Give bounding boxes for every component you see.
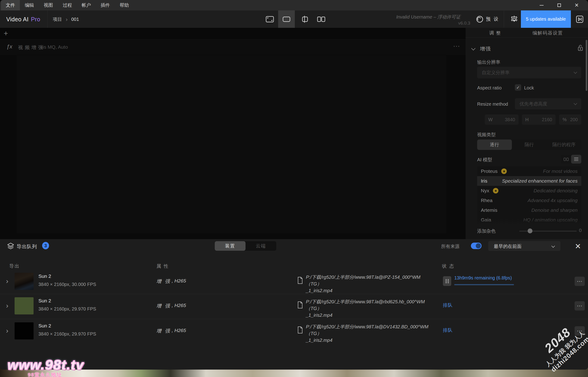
enhancement-detail: Iris MQ, Auto <box>40 44 68 50</box>
tab-device[interactable]: 装置 <box>215 241 245 251</box>
menu-plugins[interactable]: 插件 <box>96 0 115 11</box>
queue-row[interactable]: › Sun 2 3840 × 2160px, 29.970 FPS 增 强 , … <box>0 295 588 317</box>
all-sources-toggle[interactable] <box>471 243 482 249</box>
width-field[interactable]: W 3840 <box>485 115 519 125</box>
row-more-button[interactable]: ⋯ <box>575 277 585 286</box>
star-badge-icon: ★ <box>501 168 507 174</box>
menu-file[interactable]: 文件 <box>1 0 20 11</box>
tab-cloud[interactable]: 云端 <box>245 241 276 251</box>
resize-method-select[interactable]: 优先考虑高度 <box>515 98 581 109</box>
status-queued: 排队 <box>443 302 453 308</box>
divider <box>47 11 48 28</box>
expand-row-chevron[interactable]: › <box>6 277 8 285</box>
video-type-interlaced[interactable]: 隔行 <box>512 140 547 150</box>
add-video-button[interactable]: + <box>4 29 8 38</box>
props-codec: , H265 <box>172 278 186 284</box>
menu-view[interactable]: 视图 <box>39 0 58 11</box>
path-line1: P:/下载/rg520/上半部分/www.98T.la@rbd625.hb_00… <box>306 299 425 311</box>
view-fullscreen-button[interactable] <box>262 11 278 28</box>
props-mode: 增 强 <box>156 303 171 309</box>
watermark-98t: www.98t.tv 98堂永久地址 <box>7 357 84 377</box>
view-single-button[interactable] <box>278 11 295 28</box>
props-codec: , H265 <box>172 303 186 308</box>
panel-toggle-icon <box>576 15 584 23</box>
chevron-down-icon <box>551 244 555 248</box>
toggle-knob <box>476 243 481 248</box>
expand-row-chevron[interactable]: › <box>6 327 8 335</box>
close-window-button[interactable]: ✕ <box>571 0 582 11</box>
all-sources-label: 所有来源 <box>441 243 460 249</box>
video-canvas[interactable] <box>0 55 466 239</box>
model-nyx[interactable]: Nyx ★ Dedicated denoising <box>477 186 581 196</box>
video-thumbnail <box>15 273 33 290</box>
output-resolution-select[interactable]: 自定义分辨率 <box>477 67 581 78</box>
model-iris[interactable]: Iris Specialized enhancement for faces <box>477 176 581 186</box>
grid-icon <box>566 158 568 161</box>
enhancement-more-button[interactable]: ⋯ <box>453 42 460 50</box>
app-tier-badge: Pro <box>31 16 40 23</box>
layers-icon <box>7 242 14 250</box>
presets-button[interactable]: 预 设 <box>476 11 499 28</box>
single-view-icon <box>283 16 290 22</box>
panel-scrollbar[interactable] <box>586 40 587 91</box>
pause-button[interactable] <box>443 276 451 286</box>
pause-icon <box>448 279 449 283</box>
slider-knob[interactable] <box>528 228 533 233</box>
ai-model-list: Proteus ★ For most videos Iris Specializ… <box>477 166 581 224</box>
add-noise-value: 0 <box>579 227 582 233</box>
export-queue-panel: 导出队列 3 装置 云端 所有来源 最早的在前面 ✕ 导出 属 性 状 态 › … <box>0 239 588 370</box>
video-type-interlaced-progressive[interactable]: 隔行的程序 <box>547 140 581 150</box>
expand-row-chevron[interactable]: › <box>6 302 8 310</box>
queue-row[interactable]: › Sun 2 3840 × 2160px, 29.970 FPS 增 强 , … <box>0 320 588 342</box>
view-split-button[interactable] <box>297 11 313 28</box>
view-side-by-side-button[interactable] <box>313 11 330 28</box>
status-remaining[interactable]: 13h9m9s remaining (6.8fps) <box>454 275 512 281</box>
output-path: P:/下载/rg520/上半部分/www.98T.la@rbd625.hb_00… <box>306 298 435 318</box>
video-specs: 3840 × 2160px, 30.000 FPS <box>38 282 96 287</box>
row-more-button[interactable]: ⋯ <box>575 301 585 310</box>
menu-bar: 文件 编辑 视图 过程 帐户 插件 帮助 ✕ <box>0 0 588 11</box>
queue-row[interactable]: › Sun 2 3840 × 2160px, 30.000 FPS 增 强 , … <box>0 270 588 293</box>
ai-model-label: AI 模型 <box>477 157 492 163</box>
updates-button[interactable]: 5 updates available <box>521 11 571 28</box>
menu-process[interactable]: 过程 <box>58 0 77 11</box>
model-desc: Advanced 4x upscaling <box>528 198 577 203</box>
tab-adjust[interactable]: 调 整 <box>477 30 514 36</box>
model-rhea[interactable]: Rhea Advanced 4x upscaling <box>477 196 581 205</box>
close-queue-button[interactable]: ✕ <box>575 242 581 251</box>
maximize-button[interactable] <box>554 0 564 11</box>
tab-strip: + <box>0 28 466 39</box>
aspect-lock-checkbox[interactable]: ✓ <box>515 84 521 91</box>
percent-label: % <box>563 117 567 122</box>
license-status: Invalid Username – 浮动许可证 <box>391 14 460 20</box>
menu-help[interactable]: 帮助 <box>115 0 134 11</box>
lock-icon[interactable] <box>577 45 584 51</box>
menu-account[interactable]: 帐户 <box>77 0 96 11</box>
model-grid-view-button[interactable] <box>561 155 571 164</box>
model-proteus[interactable]: Proteus ★ For most videos <box>477 166 581 176</box>
path-line1: P:/下载/rg520/上半部分/www.98T.la@DV1432.BD_00… <box>306 324 428 336</box>
chevron-down-icon[interactable] <box>471 46 475 50</box>
model-desc: For most videos <box>543 168 577 174</box>
tab-codec-settings[interactable]: 编解码器设置 <box>521 30 574 36</box>
minimize-button[interactable] <box>536 0 547 11</box>
menu-edit[interactable]: 编辑 <box>20 0 39 11</box>
video-name: Sun 2 <box>38 273 51 279</box>
height-field[interactable]: H 2160 <box>522 115 555 125</box>
export-queue-title: 导出队列 <box>17 243 37 250</box>
star-badge-icon: ★ <box>493 188 499 193</box>
settings-button[interactable] <box>509 11 520 28</box>
toggle-right-panel-button[interactable] <box>576 15 584 24</box>
video-thumbnail <box>15 322 33 340</box>
sort-order-select[interactable]: 最早的在前面 <box>488 241 560 251</box>
model-name: Proteus <box>481 168 498 174</box>
percent-field[interactable]: % 200 <box>559 115 581 125</box>
queue-count-badge: 3 <box>42 242 49 249</box>
column-status: 状 态 <box>442 263 455 269</box>
model-artemis[interactable]: Artemis Denoise and sharpen <box>477 205 581 215</box>
divider <box>504 11 504 28</box>
breadcrumb-root[interactable]: 项目 <box>53 16 62 23</box>
video-type-progressive[interactable]: 逐行 <box>477 140 512 150</box>
output-resolution-label: 输出分辨率 <box>477 59 500 65</box>
model-list-view-button[interactable] <box>571 155 581 164</box>
